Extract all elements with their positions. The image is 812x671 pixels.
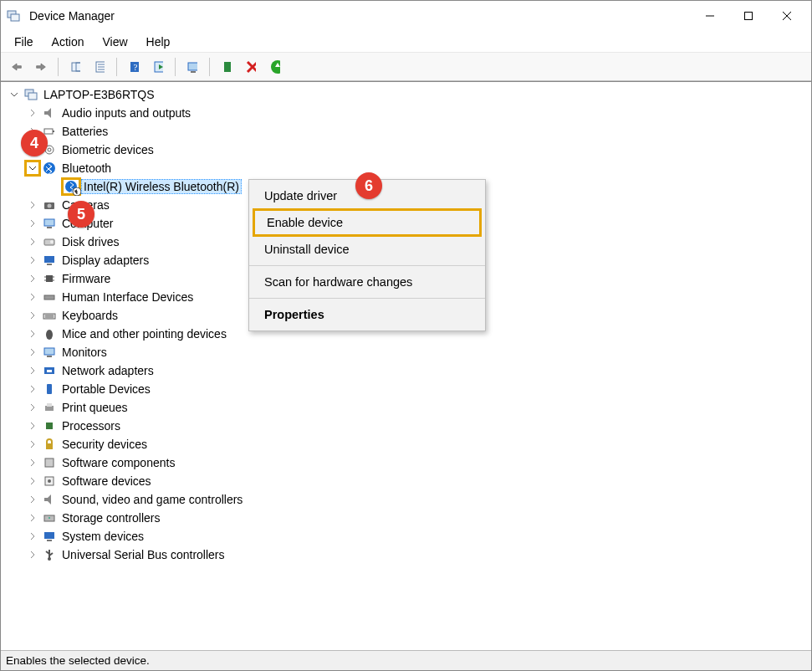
bluetooth-icon: [41, 161, 58, 176]
chevron-right-icon[interactable]: [26, 254, 39, 267]
svg-point-66: [48, 479, 51, 483]
callout-5: 5: [68, 201, 94, 228]
tree-node-softcomp[interactable]: Software components: [4, 453, 808, 472]
statusbar: Enables the selected device.: [1, 650, 811, 670]
tree-node-sound[interactable]: Sound, video and game controllers: [4, 490, 808, 509]
minimize-button[interactable]: [691, 1, 729, 31]
chevron-right-icon[interactable]: [26, 530, 39, 543]
chevron-right-icon[interactable]: [26, 198, 39, 212]
forward-button[interactable]: [30, 56, 52, 78]
tree-node-system[interactable]: System devices: [4, 527, 808, 546]
svg-marker-67: [44, 494, 51, 505]
tree-node-bluetooth[interactable]: Bluetooth: [4, 159, 808, 177]
node-label: Biometric devices: [59, 142, 156, 157]
ctx-scan-hardware[interactable]: Scan for hardware changes: [249, 269, 485, 295]
scan-button[interactable]: [181, 56, 203, 78]
chevron-down-icon[interactable]: [26, 161, 39, 175]
tree-node-security[interactable]: Security devices: [4, 435, 808, 453]
tree-root[interactable]: LAPTOP-E3B6RTQS: [4, 85, 808, 104]
node-label: Mice and other pointing devices: [59, 326, 229, 341]
chevron-right-icon[interactable]: [26, 438, 39, 451]
storage-icon: [41, 510, 58, 525]
uninstall-button[interactable]: [240, 56, 262, 78]
chevron-right-icon[interactable]: [26, 401, 39, 414]
svg-point-32: [48, 148, 51, 151]
tree-node-processors[interactable]: Processors: [4, 417, 808, 435]
tree-node-usb[interactable]: Universal Serial Bus controllers: [4, 546, 808, 564]
chevron-down-icon[interactable]: [8, 88, 21, 101]
speaker-icon: [41, 105, 58, 120]
svg-rect-19: [191, 71, 196, 73]
context-menu-separator: [249, 298, 485, 299]
ctx-enable-device[interactable]: Enable device: [253, 208, 482, 237]
chevron-right-icon[interactable]: [26, 511, 39, 525]
node-label: Print queues: [59, 400, 130, 415]
tree-node-portable[interactable]: Portable Devices: [4, 380, 808, 398]
svg-point-42: [50, 240, 54, 243]
close-button[interactable]: [768, 1, 806, 31]
svg-text:?: ?: [134, 62, 138, 72]
svg-rect-30: [53, 131, 54, 132]
back-button[interactable]: [6, 56, 28, 78]
ctx-properties[interactable]: Properties: [249, 302, 485, 327]
chevron-right-icon[interactable]: [26, 548, 39, 561]
status-text: Enables the selected device.: [6, 654, 150, 667]
chevron-right-icon[interactable]: [26, 474, 39, 488]
toolbar: ?: [1, 53, 811, 81]
enable-button[interactable]: [264, 56, 286, 78]
device-tree[interactable]: LAPTOP-E3B6RTQS Audio inputs and outputs…: [1, 81, 811, 650]
component-icon: [41, 455, 58, 470]
tree-node-monitors[interactable]: Monitors: [4, 343, 808, 361]
chevron-right-icon[interactable]: [26, 493, 39, 506]
tree-node-print[interactable]: Print queues: [4, 398, 808, 417]
chevron-right-icon[interactable]: [26, 217, 39, 230]
callout-4: 4: [21, 130, 48, 156]
node-label: Bluetooth: [59, 161, 114, 176]
chevron-right-icon[interactable]: [26, 346, 39, 359]
properties-button[interactable]: [89, 56, 110, 78]
node-label: Software components: [59, 455, 177, 470]
add-legacy-button[interactable]: [216, 56, 237, 78]
chevron-right-icon[interactable]: [26, 364, 39, 377]
chevron-right-icon[interactable]: [26, 272, 39, 285]
keyboard-icon: [41, 308, 58, 323]
chevron-right-icon[interactable]: [26, 235, 39, 248]
tree-node-softdev[interactable]: Software devices: [4, 472, 808, 490]
menu-action[interactable]: Action: [43, 33, 93, 50]
chevron-right-icon[interactable]: [26, 309, 39, 322]
node-label: Storage controllers: [59, 510, 163, 525]
show-hidden-button[interactable]: [64, 56, 86, 78]
chevron-right-icon[interactable]: [26, 327, 39, 341]
context-menu-separator: [249, 265, 485, 266]
svg-rect-1: [11, 14, 19, 21]
menu-help[interactable]: Help: [138, 33, 179, 50]
tree-node-storage[interactable]: Storage controllers: [4, 509, 808, 527]
tree-node-batteries[interactable]: Batteries: [4, 122, 808, 141]
monitor-icon: [41, 529, 58, 544]
window-title: Device Manager: [29, 9, 115, 23]
ctx-uninstall-device[interactable]: Uninstall device: [249, 237, 485, 262]
chevron-right-icon[interactable]: [26, 456, 39, 469]
maximize-button[interactable]: [729, 1, 768, 31]
node-label: Keyboards: [59, 308, 120, 323]
action-button[interactable]: [147, 56, 169, 78]
help-button[interactable]: ?: [123, 56, 145, 78]
tree-node-network[interactable]: Network adapters: [4, 361, 808, 380]
tree-node-biometric[interactable]: Biometric devices: [4, 141, 808, 159]
svg-rect-29: [44, 129, 53, 134]
svg-rect-55: [44, 348, 54, 355]
menu-file[interactable]: File: [6, 33, 42, 50]
chevron-right-icon[interactable]: [26, 419, 39, 433]
callout-6: 6: [355, 172, 382, 199]
node-label: Software devices: [59, 474, 154, 489]
node-label: Display adapters: [59, 253, 151, 268]
menu-view[interactable]: View: [94, 33, 135, 50]
node-label: Security devices: [59, 437, 150, 452]
portable-icon: [41, 382, 58, 397]
svg-point-69: [49, 517, 50, 519]
chevron-right-icon[interactable]: [26, 106, 39, 120]
chevron-right-icon[interactable]: [26, 290, 39, 304]
chevron-right-icon[interactable]: [26, 382, 39, 396]
tree-node-audio[interactable]: Audio inputs and outputs: [4, 104, 808, 122]
node-label: Audio inputs and outputs: [59, 105, 193, 120]
